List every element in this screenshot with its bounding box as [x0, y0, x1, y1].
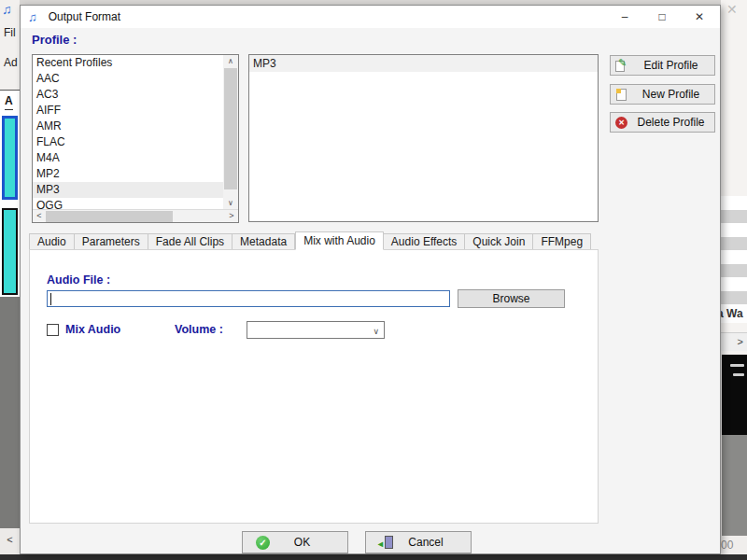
- scroll-left-icon[interactable]: <: [33, 210, 46, 223]
- audio-file-input[interactable]: [49, 292, 446, 305]
- profile-item-selected[interactable]: MP3: [249, 55, 598, 72]
- tab-audio-effects[interactable]: Audio Effects: [384, 233, 466, 250]
- tab-quick-join[interactable]: Quick Join: [465, 233, 533, 250]
- category-vertical-scrollbar[interactable]: ∧ ∨: [223, 55, 238, 210]
- list-item[interactable]: AC3: [33, 87, 224, 103]
- bg-bottom-stripe: [0, 554, 747, 560]
- bg-scroll-right-button[interactable]: >: [721, 332, 747, 351]
- chevron-down-icon: ∨: [373, 324, 379, 340]
- background-app-right: ✕ a Wa > 00: [721, 0, 747, 560]
- new-profile-icon: [615, 89, 627, 101]
- bg-list-stripes: [721, 196, 747, 304]
- output-format-dialog: ♫ Output Format – □ ✕ Profile : Recent P…: [20, 5, 721, 554]
- tab-mix-with-audio[interactable]: Mix with Audio: [295, 231, 384, 250]
- mix-audio-checkbox[interactable]: [47, 324, 59, 336]
- volume-dropdown[interactable]: ∨: [247, 321, 385, 339]
- list-item[interactable]: M4A: [33, 150, 224, 166]
- profile-label: Profile :: [32, 33, 77, 47]
- list-item[interactable]: AIFF: [33, 103, 224, 119]
- bg-gray-panel: [722, 435, 747, 536]
- bg-waveform-panel: [722, 355, 747, 435]
- ok-label: OK: [270, 536, 334, 549]
- minimize-button[interactable]: –: [606, 6, 643, 28]
- list-item[interactable]: FLAC: [33, 134, 224, 150]
- tab-metadata[interactable]: Metadata: [233, 233, 295, 250]
- scroll-down-icon[interactable]: ∨: [223, 197, 238, 210]
- list-item[interactable]: Recent Profiles: [33, 55, 224, 71]
- delete-profile-label: Delete Profile: [627, 116, 714, 129]
- close-icon: ✕: [695, 10, 704, 23]
- bg-scroll-left-button[interactable]: <: [0, 528, 20, 554]
- format-category-items: Recent Profiles AAC AC3 AIFF AMR FLAC M4…: [33, 55, 224, 210]
- bg-list-item-partial: a Wa: [717, 304, 747, 323]
- edit-profile-icon: ✎: [615, 60, 627, 72]
- app-music-notes-icon: ♫: [2, 2, 12, 17]
- new-profile-button[interactable]: New Profile: [610, 84, 715, 105]
- timeline-background: [0, 297, 20, 528]
- file-menu-partial[interactable]: Fil: [4, 26, 16, 39]
- audio-file-label: Audio File :: [47, 273, 110, 287]
- mix-with-audio-panel: Audio File : Browse Mix Audio Volume : ∨: [29, 249, 599, 524]
- edit-profile-label: Edit Profile: [627, 59, 714, 72]
- toolbar-add-partial[interactable]: Ad: [4, 56, 18, 69]
- maximize-icon: □: [658, 10, 665, 23]
- background-app-left: ♫ Fil Ad A <: [0, 0, 20, 560]
- ok-check-icon: ✓: [256, 536, 270, 550]
- scroll-right-icon: >: [738, 336, 743, 347]
- profiles-listbox[interactable]: MP3: [248, 54, 599, 222]
- audio-clip[interactable]: [2, 208, 18, 295]
- tab-audio[interactable]: Audio: [29, 233, 75, 250]
- maximize-button[interactable]: □: [643, 6, 681, 28]
- list-item[interactable]: AMR: [33, 119, 224, 134]
- text-caret: [50, 293, 51, 305]
- browse-button[interactable]: Browse: [458, 289, 565, 308]
- horizontal-scroll-thumb[interactable]: [46, 211, 173, 222]
- window-controls: – □ ✕: [606, 6, 718, 28]
- cancel-exit-icon: ◂: [379, 536, 394, 550]
- format-category-listbox[interactable]: Recent Profiles AAC AC3 AIFF AMR FLAC M4…: [32, 54, 239, 223]
- tab-ffmpeg[interactable]: FFMpeg: [533, 233, 591, 250]
- scroll-left-icon: <: [7, 534, 12, 545]
- dialog-music-notes-icon: ♫: [28, 10, 37, 24]
- volume-label: Volume :: [175, 323, 223, 336]
- bg-close-icon[interactable]: ✕: [726, 2, 738, 17]
- delete-profile-button[interactable]: ✕ Delete Profile: [610, 112, 715, 133]
- category-horizontal-scrollbar[interactable]: < >: [33, 209, 238, 222]
- edit-profile-button[interactable]: ✎ Edit Profile: [610, 55, 715, 76]
- bg-time-partial: 00: [721, 536, 747, 554]
- settings-tabstrip: Audio Parameters Fade All Clips Metadata…: [29, 231, 591, 250]
- list-item[interactable]: AAC: [33, 71, 224, 87]
- ok-button[interactable]: ✓ OK: [242, 531, 348, 553]
- tab-parameters[interactable]: Parameters: [75, 233, 148, 250]
- tab-fade-all-clips[interactable]: Fade All Clips: [148, 233, 233, 250]
- scroll-up-icon[interactable]: ∧: [223, 55, 238, 68]
- cancel-label: Cancel: [394, 536, 458, 549]
- new-profile-label: New Profile: [627, 88, 714, 101]
- audio-clip-selected[interactable]: [2, 116, 18, 200]
- audio-file-input-border: [47, 290, 450, 307]
- clips-panel: A: [0, 90, 20, 297]
- cancel-button[interactable]: ◂ Cancel: [365, 531, 472, 553]
- dialog-title: Output Format: [49, 10, 120, 23]
- list-item-highlighted[interactable]: MP3: [33, 182, 224, 198]
- clips-panel-header: A: [5, 94, 13, 110]
- scroll-right-icon[interactable]: >: [225, 210, 238, 223]
- list-item[interactable]: MP2: [33, 166, 224, 182]
- minimize-icon: –: [622, 10, 628, 23]
- mix-audio-label: Mix Audio: [65, 323, 120, 336]
- close-button[interactable]: ✕: [681, 6, 718, 28]
- delete-profile-icon: ✕: [615, 117, 627, 129]
- vertical-scroll-thumb[interactable]: [224, 68, 237, 189]
